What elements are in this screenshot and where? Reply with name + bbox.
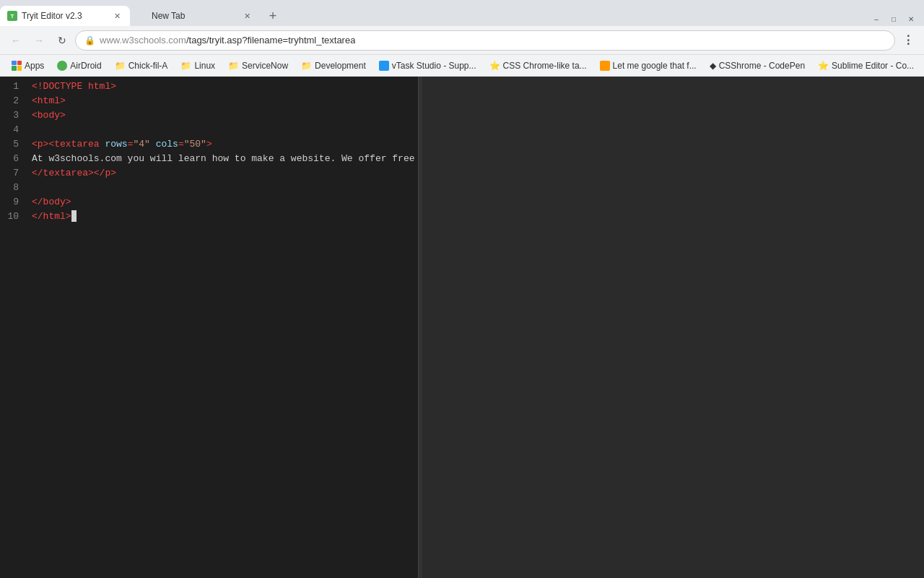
tab-tryit-close[interactable]: ✕ xyxy=(111,10,123,22)
code-line-8 xyxy=(32,181,419,195)
bookmark-servicenow-label: ServiceNow xyxy=(242,61,288,71)
val-cols: "50" xyxy=(184,139,206,150)
bookmark-csshrome[interactable]: ◆ CSShrome - CodePen xyxy=(704,59,811,72)
css-chrome-icon: ⭐ xyxy=(489,61,500,71)
code-content: 1 2 3 4 5 6 7 8 9 10 <!DOCTYPE html> <ht… xyxy=(0,77,418,578)
bookmark-chickfila-label: Chick-fil-A xyxy=(128,61,168,71)
code-line-7: </textarea></p> xyxy=(32,166,419,181)
tab-newtab-title: New Tab xyxy=(152,11,237,21)
code-line-3: <body> xyxy=(32,108,419,123)
val-rows: "4" xyxy=(133,139,149,150)
back-button[interactable]: ← xyxy=(6,30,26,51)
code-line-1: <!DOCTYPE html> xyxy=(32,79,419,94)
editor-area: 1 2 3 4 5 6 7 8 9 10 <!DOCTYPE html> <ht… xyxy=(0,77,924,578)
bookmark-letme[interactable]: Let me google that f... xyxy=(594,59,702,72)
bookmark-servicenow[interactable]: 📁 ServiceNow xyxy=(222,59,294,72)
line-num-3: 3 xyxy=(7,108,19,123)
title-bar: T Tryit Editor v2.3 ✕ New Tab ✕ + – □ ✕ xyxy=(0,0,924,26)
bookmark-css-chrome[interactable]: ⭐ CSS Chrome-like ta... xyxy=(484,59,593,72)
cursor xyxy=(71,210,77,222)
code-line-5: <p><textarea rows="4" cols="50"> xyxy=(32,137,419,152)
code-line-6: At w3schools.com you will learn how to m… xyxy=(32,152,419,166)
new-tab-button[interactable]: + xyxy=(263,6,283,26)
lock-icon: 🔒 xyxy=(84,35,95,46)
url-domain: www.w3schools.com xyxy=(100,35,186,46)
bookmark-csshrome-label: CSShrome - CodePen xyxy=(719,61,805,71)
bookmark-development-label: Development xyxy=(315,61,366,71)
bookmark-airdroid[interactable]: AirDroid xyxy=(51,59,107,72)
line-num-1: 1 xyxy=(7,79,19,94)
letme-icon xyxy=(600,61,610,71)
tag-html-close: </html> xyxy=(32,211,71,222)
line-num-9: 9 xyxy=(7,195,19,210)
text-before-in: At w3schools.com you will learn how to m… xyxy=(32,153,419,164)
tag-doctype: <!DOCTYPE html> xyxy=(32,81,116,92)
maximize-button[interactable]: □ xyxy=(886,12,901,26)
line-num-2: 2 xyxy=(7,94,19,108)
bookmark-vtask-label: vTask Studio - Supp... xyxy=(392,61,476,71)
line-num-8: 8 xyxy=(7,181,19,195)
bookmarks-bar: Apps AirDroid 📁 Chick-fil-A 📁 Linux 📁 Se… xyxy=(0,55,924,77)
bookmark-airdroid-label: AirDroid xyxy=(70,61,101,71)
reload-button[interactable]: ↻ xyxy=(52,30,72,51)
folder-icon-servicenow: 📁 xyxy=(228,61,239,71)
bookmark-apps-label: Apps xyxy=(25,61,44,71)
bookmark-vtask[interactable]: vTask Studio - Supp... xyxy=(373,59,482,72)
sublime-icon: ⭐ xyxy=(818,61,829,71)
eq2: = xyxy=(178,139,184,150)
code-line-2: <html> xyxy=(32,94,419,108)
line-num-4: 4 xyxy=(7,123,19,137)
code-line-4 xyxy=(32,123,419,137)
code-lines: <!DOCTYPE html> <html> <body> <p><textar… xyxy=(26,79,419,575)
line-num-5: 5 xyxy=(7,137,19,152)
close-button[interactable]: ✕ xyxy=(904,12,918,26)
code-line-9: </body> xyxy=(32,195,419,210)
bookmark-development[interactable]: 📁 Development xyxy=(295,59,372,72)
nav-bar: ← → ↻ 🔒 www.w3schools.com/tags/tryit.asp… xyxy=(0,26,924,55)
line-num-10: 10 xyxy=(7,210,19,224)
address-url: www.w3schools.com/tags/tryit.asp?filenam… xyxy=(100,35,355,46)
menu-button[interactable]: ⋮ xyxy=(898,30,918,51)
code-panel[interactable]: 1 2 3 4 5 6 7 8 9 10 <!DOCTYPE html> <ht… xyxy=(0,77,419,578)
folder-icon-chickfila: 📁 xyxy=(115,61,126,71)
apps-grid-icon xyxy=(12,61,22,71)
tag-textarea-close: </textarea></p> xyxy=(32,168,116,178)
tab-tryit-title: Tryit Editor v2.3 xyxy=(22,11,107,21)
minimize-button[interactable]: – xyxy=(869,12,884,26)
attr-rows: rows xyxy=(105,139,127,150)
tag-close-textarea-open: > xyxy=(206,139,212,150)
tab-tryit[interactable]: T Tryit Editor v2.3 ✕ xyxy=(0,6,130,26)
tag-html-open: <html> xyxy=(32,95,66,106)
tab-newtab-close[interactable]: ✕ xyxy=(241,10,253,22)
folder-icon-development: 📁 xyxy=(301,61,312,71)
bookmark-letme-label: Let me google that f... xyxy=(613,61,697,71)
code-line-10: </html> xyxy=(32,210,419,224)
line-numbers: 1 2 3 4 5 6 7 8 9 10 xyxy=(0,79,26,575)
attr-cols: cols xyxy=(150,139,178,150)
bookmark-sublime[interactable]: ⭐ Sublime Editor - Co... xyxy=(812,59,920,72)
tag-p-textarea: <p><textarea xyxy=(32,139,105,150)
preview-panel xyxy=(422,77,924,578)
browser-frame: T Tryit Editor v2.3 ✕ New Tab ✕ + – □ ✕ … xyxy=(0,0,924,578)
bookmark-linux-label: Linux xyxy=(194,61,215,71)
bookmark-sublime-label: Sublime Editor - Co... xyxy=(832,61,914,71)
airdroid-icon xyxy=(57,61,67,71)
line-num-6: 6 xyxy=(7,152,19,166)
line-num-7: 7 xyxy=(7,166,19,181)
vtask-icon xyxy=(379,61,389,71)
folder-icon-linux: 📁 xyxy=(180,61,191,71)
bookmark-linux[interactable]: 📁 Linux xyxy=(175,59,221,72)
forward-button[interactable]: → xyxy=(29,30,49,51)
bookmark-apps[interactable]: Apps xyxy=(6,59,50,72)
csshrome-icon: ◆ xyxy=(710,61,716,71)
address-bar[interactable]: 🔒 www.w3schools.com/tags/tryit.asp?filen… xyxy=(75,30,895,51)
tab-newtab-favicon xyxy=(137,11,147,21)
url-path: /tags/tryit.asp?filename=tryhtml_textare… xyxy=(186,35,355,46)
tab-tryit-favicon: T xyxy=(7,11,17,21)
tag-body-open: <body> xyxy=(32,110,66,121)
tab-newtab[interactable]: New Tab ✕ xyxy=(130,6,260,26)
bookmark-chickfila[interactable]: 📁 Chick-fil-A xyxy=(109,59,174,72)
window-controls: – □ ✕ xyxy=(869,12,924,26)
tag-body-close: </body> xyxy=(32,197,71,207)
bookmark-css-chrome-label: CSS Chrome-like ta... xyxy=(503,61,587,71)
